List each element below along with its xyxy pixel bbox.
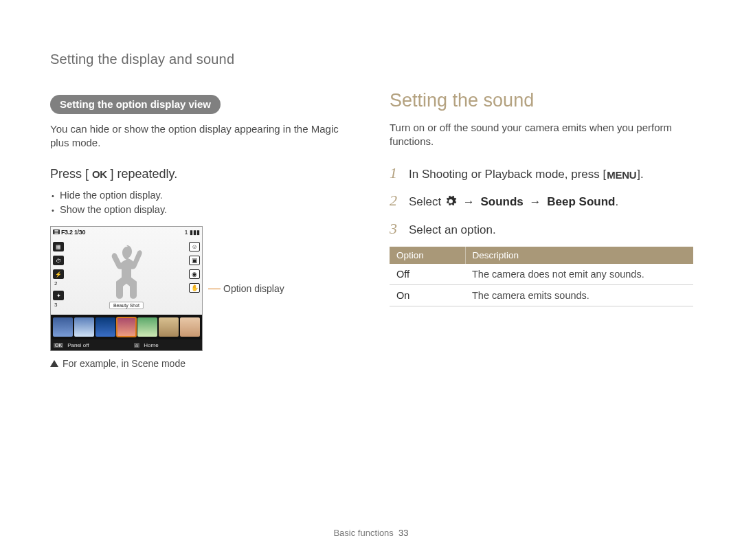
triangle-up-icon	[50, 360, 58, 367]
step-2: 2 Select → Sounds → Beep Sound.	[390, 190, 693, 212]
step-text: Select an option.	[409, 222, 496, 238]
list-item: Show the option display.	[50, 203, 354, 218]
footer-section: Basic functions	[333, 528, 393, 538]
gear-icon	[445, 195, 457, 208]
callout: Option display	[208, 283, 284, 294]
steps-list: 1 In Shooting or Playback mode, press [M…	[390, 163, 693, 240]
subsection-pill: Setting the option display view	[50, 95, 221, 114]
camera-lcd-mock: ☰ F3.2 1/30 1 ▮▮▮ ▦ ⏱ ⚡ 2 ✦ 3 ☺ ▣	[50, 226, 203, 351]
exposure-value: 3	[53, 302, 64, 308]
step-bold: Beep Sound	[547, 195, 615, 208]
home-label: Home	[144, 342, 158, 348]
face-icon: ☺	[189, 242, 200, 251]
lcd-bottom-bar: OK Panel off ⌂ Home	[51, 339, 202, 350]
thumbnail	[74, 317, 94, 337]
lcd-status: ☰ F3.2 1/30	[53, 229, 85, 236]
lcd-left-icons: ▦ ⏱ ⚡ 2 ✦ 3	[53, 242, 64, 308]
ok-icon: OK	[91, 168, 108, 180]
lcd-right-icons: ☺ ▣ ◉ ✋	[189, 242, 200, 293]
grid-icon: ▦	[53, 242, 64, 251]
timer-icon: ⏱	[53, 256, 64, 265]
menu-icon: MENU	[606, 168, 637, 182]
step-number: 3	[390, 219, 401, 240]
ok-key-icon: OK	[54, 343, 63, 348]
option-strip	[51, 315, 202, 339]
flash-value: 2	[53, 280, 64, 287]
list-item: Hide the option display.	[50, 188, 354, 203]
description-cell: The camera does not emit any sounds.	[465, 264, 693, 285]
options-table: Option Description Off The camera does n…	[390, 247, 693, 306]
step-text: In Shooting or Playback mode, press [	[409, 168, 606, 181]
thumbnail	[53, 317, 73, 337]
bullet-list: Hide the option display. Show the option…	[50, 188, 354, 219]
home-key-icon: ⌂	[134, 343, 139, 348]
section-intro: Turn on or off the sound your camera emi…	[390, 121, 693, 149]
thumbnail	[95, 317, 115, 337]
step-3: 3 Select an option.	[390, 219, 693, 240]
instruction-press: Press [ OK ] repeatedly.	[50, 167, 354, 181]
footnote-text: For example, in Scene mode	[63, 358, 186, 369]
table-row: Off The camera does not emit any sounds.	[390, 264, 693, 285]
intro-text: You can hide or show the option display …	[50, 122, 354, 150]
step-1: 1 In Shooting or Playback mode, press [M…	[390, 163, 693, 184]
thumbnail-selected	[117, 317, 137, 337]
step-number: 2	[390, 190, 401, 212]
arrow-icon: →	[460, 195, 477, 208]
section-title: Setting the sound	[390, 90, 693, 111]
thumbnail	[180, 317, 200, 337]
focus-icon: ▣	[189, 256, 200, 265]
callout-line	[208, 289, 221, 289]
panel-off-label: Panel off	[67, 342, 89, 348]
page-footer: Basic functions 33	[0, 528, 742, 538]
step-text: .	[615, 195, 618, 208]
thumbnail	[159, 317, 179, 337]
callout-text: Option display	[223, 283, 284, 294]
option-cell: On	[390, 284, 465, 306]
press-suffix: ] repeatedly.	[111, 167, 178, 181]
footnote: For example, in Scene mode	[50, 358, 354, 369]
lcd-battery: 1 ▮▮▮	[184, 229, 200, 236]
stabilizer-icon: ✋	[189, 283, 200, 293]
table-row: On The camera emits sounds.	[390, 284, 693, 306]
exposure-icon: ✦	[53, 291, 64, 300]
step-text: ].	[637, 168, 643, 181]
metering-icon: ◉	[189, 269, 200, 279]
press-prefix: Press [	[50, 167, 89, 181]
table-head-option: Option	[390, 247, 465, 264]
step-text: Select	[409, 195, 445, 208]
description-cell: The camera emits sounds.	[465, 284, 693, 306]
breadcrumb: Setting the display and sound	[50, 52, 354, 67]
flash-icon: ⚡	[53, 269, 64, 279]
mode-label: Beauty Shot	[109, 302, 144, 309]
subject-silhouette	[105, 241, 148, 306]
step-number: 1	[390, 163, 401, 184]
arrow-icon: →	[527, 195, 544, 208]
page-number: 33	[398, 528, 408, 538]
table-head-description: Description	[465, 247, 693, 264]
step-bold: Sounds	[480, 195, 523, 208]
thumbnail	[137, 317, 157, 337]
option-cell: Off	[390, 264, 465, 285]
